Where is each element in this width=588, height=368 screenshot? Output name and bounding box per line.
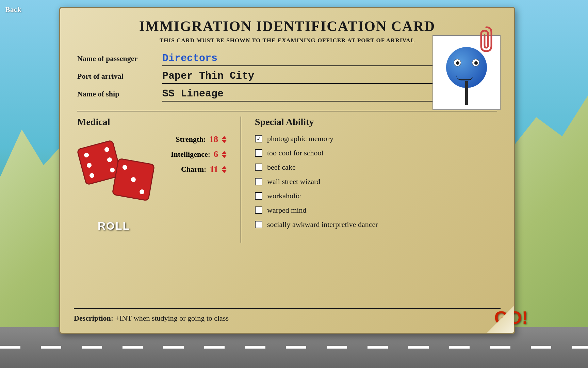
intelligence-value: 6 [214, 149, 218, 159]
ability-row-6: socially awkward interpretive dancer [255, 220, 497, 229]
go-button[interactable]: GO! [494, 307, 528, 328]
die-2[interactable] [112, 158, 155, 201]
paperclip-icon [479, 26, 493, 53]
intelligence-arrows[interactable] [222, 151, 227, 158]
back-button[interactable]: Back [5, 5, 21, 14]
port-label: Port of arrival [77, 72, 159, 81]
ability-row-2: beef cake [255, 163, 497, 172]
intelligence-arrow-down[interactable] [222, 155, 227, 158]
ability-checkbox-3[interactable] [255, 178, 262, 185]
passenger-label: Name of passenger [77, 54, 159, 63]
special-ability-header: Special Ability [255, 117, 497, 127]
dice-container[interactable]: ROLL [84, 171, 159, 232]
ability-checkbox-5[interactable] [255, 206, 262, 214]
pupil-right [474, 61, 478, 65]
description-bar: Description: +INT when studying or going… [74, 308, 501, 323]
charm-arrow-up[interactable] [222, 166, 227, 169]
ability-checkbox-2[interactable] [255, 164, 262, 171]
intelligence-arrow-up[interactable] [222, 151, 227, 154]
charm-label: Charm: [181, 165, 207, 174]
ability-label-2: beef cake [267, 163, 296, 172]
description-divider [74, 308, 501, 309]
card-wrapper: IMMIGRATION IDENTIFICATION CARD THIS CAR… [59, 7, 529, 354]
strength-value: 18 [209, 134, 218, 144]
intelligence-label: Intelligence: [171, 150, 210, 159]
ability-label-0: photographic memory [267, 134, 333, 143]
ability-checkbox-6[interactable] [255, 221, 262, 228]
port-value: Paper Thin City [162, 70, 254, 82]
strength-arrow-down[interactable] [222, 140, 227, 143]
ability-checkbox-4[interactable] [255, 192, 262, 200]
ability-label-1: too cool for school [267, 149, 324, 157]
ability-label-3: wall street wizard [267, 177, 320, 186]
character-stick [465, 81, 468, 105]
lower-section: Medical Strength: 18 Intelligence: 6 [77, 117, 497, 243]
section-divider [77, 111, 497, 111]
charm-arrows[interactable] [222, 166, 227, 173]
charm-value: 11 [210, 164, 218, 174]
immigration-card: IMMIGRATION IDENTIFICATION CARD THIS CAR… [59, 7, 515, 334]
photo-area [432, 35, 501, 110]
ability-row-0: ✓ photographic memory [255, 134, 497, 143]
eye-left [454, 59, 461, 66]
ability-label-6: socially awkward interpretive dancer [267, 220, 378, 229]
medical-header: Medical [77, 117, 227, 127]
ship-value: SS Lineage [162, 88, 224, 99]
strength-arrow-up[interactable] [222, 136, 227, 139]
pupil-left [456, 61, 459, 65]
medical-column: Medical Strength: 18 Intelligence: 6 [77, 117, 227, 243]
ship-label: Name of ship [77, 90, 159, 98]
ability-label-4: workaholic [267, 191, 301, 200]
vertical-divider [241, 117, 241, 243]
description-label: Description: [74, 314, 113, 322]
roll-label[interactable]: ROLL [98, 220, 130, 232]
ability-label-5: warped mind [267, 206, 306, 215]
eye-right [472, 59, 479, 66]
description-value: +INT when studying or going to class [115, 314, 229, 322]
character-ball [446, 47, 487, 88]
description-text: Description: +INT when studying or going… [74, 314, 229, 322]
passenger-value: Directors [162, 52, 217, 64]
ability-row-5: warped mind [255, 206, 497, 215]
character-mouth [456, 75, 473, 80]
ability-checkbox-1[interactable] [255, 149, 262, 157]
strength-arrows[interactable] [222, 136, 227, 143]
ability-checkbox-0[interactable]: ✓ [255, 135, 262, 142]
special-ability-column: Special Ability ✓ photographic memory to… [255, 117, 497, 243]
card-title: IMMIGRATION IDENTIFICATION CARD [77, 18, 497, 34]
ability-row-3: wall street wizard [255, 177, 497, 186]
charm-arrow-down[interactable] [222, 170, 227, 173]
ability-row-1: too cool for school [255, 149, 497, 157]
ability-row-4: workaholic [255, 191, 497, 200]
strength-label: Strength: [176, 135, 206, 144]
